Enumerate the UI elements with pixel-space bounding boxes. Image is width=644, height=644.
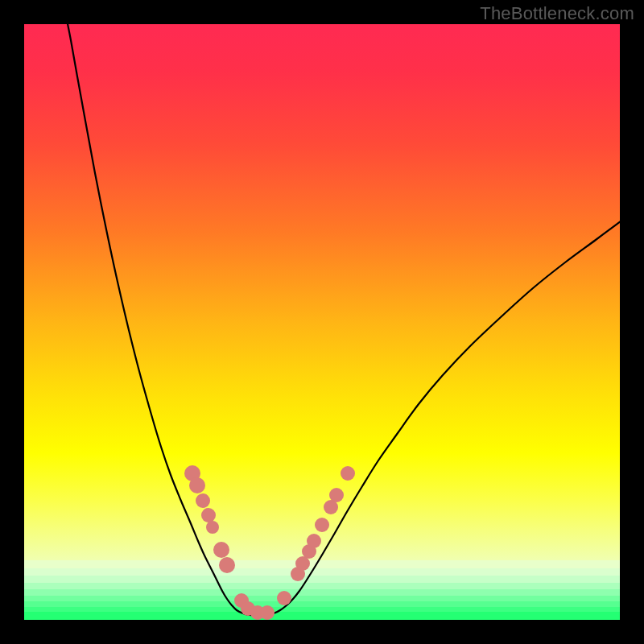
data-point-marker: [189, 477, 205, 493]
data-point-marker: [341, 466, 355, 481]
data-point-marker: [315, 518, 329, 532]
data-point-marker: [201, 508, 216, 522]
watermark-text: TheBottleneck.com: [480, 3, 634, 24]
data-point-marker: [329, 488, 344, 502]
left-branch-curve: [66, 24, 258, 616]
data-point-marker: [213, 542, 229, 558]
data-point-marker: [196, 493, 210, 508]
data-point-marker: [260, 605, 275, 620]
data-point-marker: [206, 521, 219, 534]
chart-container: TheBottleneck.com: [0, 0, 644, 644]
data-point-marker: [277, 591, 291, 605]
data-point-marker: [219, 557, 235, 573]
data-point-marker: [307, 534, 321, 548]
plot-area: [24, 24, 620, 620]
curve-layer: [24, 24, 620, 620]
